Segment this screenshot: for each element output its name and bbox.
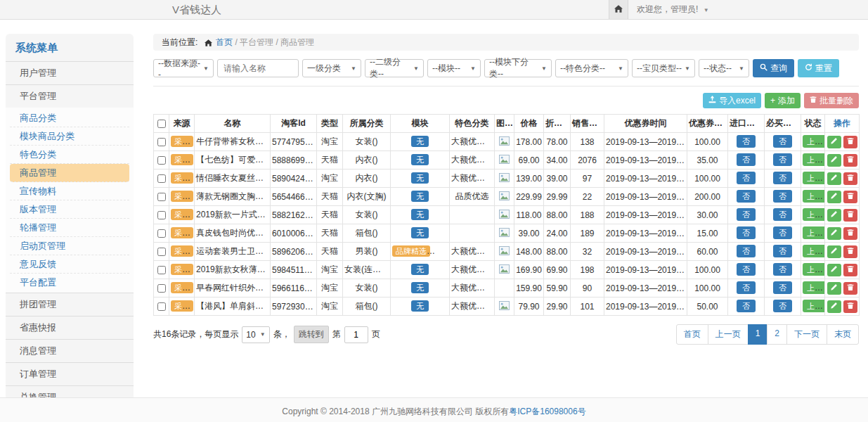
module-badge[interactable]: 无: [411, 300, 429, 312]
module-badge[interactable]: 无: [411, 227, 429, 238]
edit-button[interactable]: [827, 264, 841, 276]
imported-toggle[interactable]: 否: [737, 263, 756, 276]
home-button[interactable]: [609, 0, 628, 19]
module-badge[interactable]: 无: [411, 136, 429, 147]
delete-button[interactable]: [843, 300, 857, 313]
status-badge[interactable]: 上架: [803, 153, 825, 166]
delete-button[interactable]: [843, 154, 857, 167]
module-badge[interactable]: 无: [411, 191, 429, 202]
filter-select-dropdown[interactable]: --宝贝类型--▼: [632, 59, 695, 77]
must-buy-toggle[interactable]: 否: [773, 263, 792, 276]
row-checkbox[interactable]: [157, 248, 166, 256]
delete-button[interactable]: [843, 209, 857, 222]
jump-button[interactable]: 跳转到: [294, 326, 329, 343]
pager-button-1[interactable]: 1: [748, 324, 768, 345]
imported-toggle[interactable]: 否: [737, 153, 756, 166]
user-menu[interactable]: 欢迎您，管理员! ▼: [637, 0, 709, 20]
edit-button[interactable]: [827, 172, 841, 185]
sidebar-item-拼团管理[interactable]: 拼团管理: [6, 293, 134, 316]
filter-select-dropdown[interactable]: --模块--▼: [427, 59, 481, 77]
delete-button[interactable]: [843, 172, 857, 185]
sidebar-subitem-轮播管理[interactable]: 轮播管理: [10, 219, 129, 237]
select-all-checkbox[interactable]: [157, 120, 166, 128]
delete-button[interactable]: [843, 136, 857, 148]
row-checkbox[interactable]: [157, 302, 166, 311]
module-badge[interactable]: 无: [411, 282, 429, 293]
filter-select-dropdown[interactable]: 一级分类▼: [302, 59, 361, 77]
module-badge[interactable]: 无: [411, 264, 429, 275]
sidebar-subitem-商品分类[interactable]: 商品分类: [10, 109, 129, 127]
must-buy-toggle[interactable]: 否: [773, 245, 792, 257]
must-buy-toggle[interactable]: 否: [773, 281, 792, 294]
row-checkbox[interactable]: [157, 193, 166, 201]
imported-toggle[interactable]: 否: [737, 226, 756, 239]
imported-toggle[interactable]: 否: [737, 135, 756, 148]
delete-button[interactable]: [843, 191, 857, 203]
filter-select-dropdown[interactable]: --模块下分类--▼: [484, 59, 552, 77]
must-buy-toggle[interactable]: 否: [773, 226, 792, 239]
row-checkbox[interactable]: [157, 266, 166, 274]
jump-page-input[interactable]: [344, 326, 368, 343]
pager-button-首页[interactable]: 首页: [676, 324, 708, 345]
row-checkbox[interactable]: [157, 138, 166, 146]
sidebar-subitem-平台配置[interactable]: 平台配置: [10, 274, 129, 291]
filter-select-dropdown[interactable]: --特色分类--▼: [555, 59, 628, 77]
status-badge[interactable]: 上架: [803, 281, 825, 294]
batch-delete-button[interactable]: 批量删除: [804, 93, 859, 108]
status-badge[interactable]: 上架: [803, 263, 825, 276]
import-excel-button[interactable]: 导入excel: [703, 93, 761, 108]
must-buy-toggle[interactable]: 否: [773, 190, 792, 203]
row-checkbox[interactable]: [157, 229, 166, 238]
imported-toggle[interactable]: 否: [737, 281, 756, 294]
edit-button[interactable]: [827, 136, 841, 148]
add-button[interactable]: + 添加: [765, 93, 801, 108]
sidebar-subitem-意见反馈[interactable]: 意见反馈: [10, 255, 129, 274]
breadcrumb-home-link[interactable]: 首页: [216, 37, 233, 47]
edit-button[interactable]: [827, 191, 841, 203]
icp-link[interactable]: 粤ICP备16098006号: [509, 407, 585, 416]
imported-toggle[interactable]: 否: [737, 172, 756, 184]
status-badge[interactable]: 上架: [803, 135, 825, 148]
delete-button[interactable]: [843, 227, 857, 240]
imported-toggle[interactable]: 否: [737, 208, 756, 221]
name-search-input[interactable]: [217, 59, 299, 77]
pager-button-2[interactable]: 2: [767, 324, 787, 345]
module-badge[interactable]: 无: [411, 209, 429, 220]
row-checkbox[interactable]: [157, 211, 166, 219]
sidebar-subitem-特色分类[interactable]: 特色分类: [10, 146, 129, 164]
pager-button-末页[interactable]: 末页: [827, 324, 859, 345]
must-buy-toggle[interactable]: 否: [773, 135, 792, 148]
module-badge[interactable]: 品牌精选: [392, 245, 430, 257]
page-size-select[interactable]: 10 ▼: [242, 326, 269, 343]
pager-button-上一页[interactable]: 上一页: [708, 324, 749, 345]
edit-button[interactable]: [827, 209, 841, 222]
sidebar-item-订单管理[interactable]: 订单管理: [6, 362, 134, 385]
must-buy-toggle[interactable]: 否: [773, 300, 792, 312]
edit-button[interactable]: [827, 300, 841, 313]
status-badge[interactable]: 上架: [803, 300, 825, 312]
status-badge[interactable]: 上架: [803, 208, 825, 221]
delete-button[interactable]: [843, 245, 857, 258]
filter-select-dropdown[interactable]: --状态--▼: [699, 59, 749, 77]
reset-button[interactable]: 重置: [798, 59, 839, 77]
status-badge[interactable]: 上架: [803, 245, 825, 257]
sidebar-item-消息管理[interactable]: 消息管理: [6, 339, 134, 362]
sidebar-item-省惠快报[interactable]: 省惠快报: [6, 316, 134, 339]
imported-toggle[interactable]: 否: [737, 190, 756, 203]
must-buy-toggle[interactable]: 否: [773, 153, 792, 166]
filter-select-dropdown[interactable]: --二级分类--▼: [365, 59, 424, 77]
delete-button[interactable]: [843, 264, 857, 276]
sidebar-subitem-商品管理[interactable]: 商品管理: [10, 164, 129, 182]
sidebar-subitem-宣传物料[interactable]: 宣传物料: [10, 182, 129, 200]
row-checkbox[interactable]: [157, 284, 166, 293]
sidebar-subitem-模块商品分类[interactable]: 模块商品分类: [10, 127, 129, 146]
edit-button[interactable]: [827, 154, 841, 167]
sidebar-item-平台管理[interactable]: 平台管理: [6, 84, 134, 108]
search-button[interactable]: 查询: [753, 59, 794, 77]
imported-toggle[interactable]: 否: [737, 245, 756, 257]
sidebar-subitem-启动页管理[interactable]: 启动页管理: [10, 237, 129, 255]
sidebar-item-用户管理[interactable]: 用户管理: [6, 61, 134, 84]
status-badge[interactable]: 上架: [803, 226, 825, 239]
filter-select-dropdown[interactable]: --数据来源--▼: [153, 59, 214, 77]
status-badge[interactable]: 上架: [803, 172, 825, 184]
